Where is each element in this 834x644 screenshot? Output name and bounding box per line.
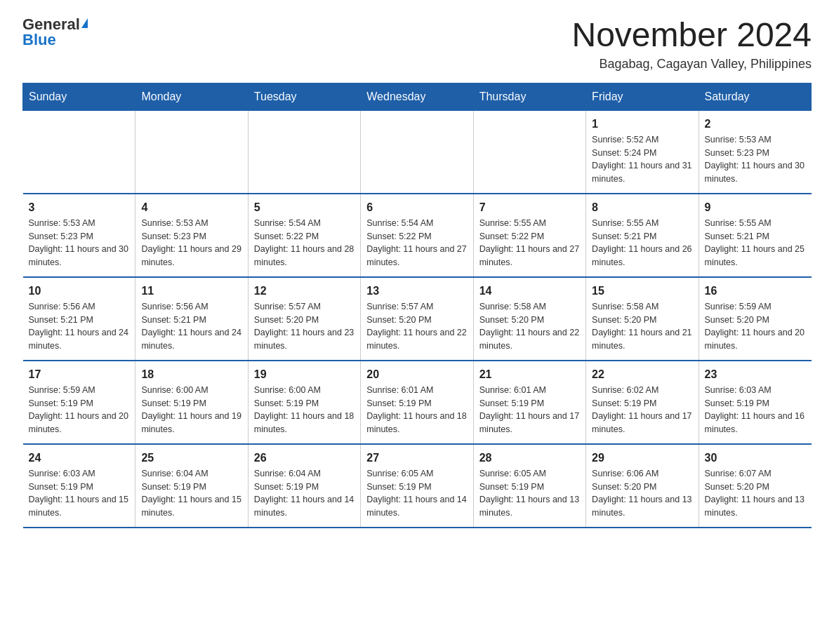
day-cell: 24Sunrise: 6:03 AM Sunset: 5:19 PM Dayli… <box>23 444 135 528</box>
day-info: Sunrise: 5:53 AM Sunset: 5:23 PM Dayligh… <box>141 217 241 269</box>
day-info: Sunrise: 5:53 AM Sunset: 5:23 PM Dayligh… <box>29 217 130 269</box>
day-number: 18 <box>141 368 241 381</box>
day-info: Sunrise: 6:05 AM Sunset: 5:19 PM Dayligh… <box>479 467 580 520</box>
day-number: 20 <box>366 368 467 381</box>
day-cell: 2Sunrise: 5:53 AM Sunset: 5:23 PM Daylig… <box>699 110 811 194</box>
day-info: Sunrise: 6:00 AM Sunset: 5:19 PM Dayligh… <box>141 384 241 436</box>
day-cell: 29Sunrise: 6:06 AM Sunset: 5:20 PM Dayli… <box>586 444 699 528</box>
day-cell: 6Sunrise: 5:54 AM Sunset: 5:22 PM Daylig… <box>361 194 473 277</box>
day-cell: 7Sunrise: 5:55 AM Sunset: 5:22 PM Daylig… <box>473 194 585 277</box>
day-number: 15 <box>592 285 692 297</box>
day-cell: 9Sunrise: 5:55 AM Sunset: 5:21 PM Daylig… <box>699 194 811 277</box>
day-cell: 4Sunrise: 5:53 AM Sunset: 5:23 PM Daylig… <box>135 194 248 277</box>
logo-blue-text: Blue <box>22 32 56 48</box>
day-info: Sunrise: 6:01 AM Sunset: 5:19 PM Dayligh… <box>366 384 467 436</box>
day-cell: 20Sunrise: 6:01 AM Sunset: 5:19 PM Dayli… <box>361 361 473 444</box>
day-number: 13 <box>366 285 467 297</box>
day-info: Sunrise: 5:55 AM Sunset: 5:21 PM Dayligh… <box>592 217 692 269</box>
day-number: 6 <box>366 201 467 214</box>
day-cell: 21Sunrise: 6:01 AM Sunset: 5:19 PM Dayli… <box>473 361 585 444</box>
header-friday: Friday <box>586 83 699 110</box>
logo-general-text: General <box>22 17 80 32</box>
page-header: General Blue November 2024 Bagabag, Caga… <box>22 17 812 72</box>
day-cell: 18Sunrise: 6:00 AM Sunset: 5:19 PM Dayli… <box>135 361 248 444</box>
day-number: 25 <box>141 452 241 464</box>
day-cell: 17Sunrise: 5:59 AM Sunset: 5:19 PM Dayli… <box>23 361 135 444</box>
day-cell: 19Sunrise: 6:00 AM Sunset: 5:19 PM Dayli… <box>248 361 360 444</box>
header-row: SundayMondayTuesdayWednesdayThursdayFrid… <box>23 83 812 110</box>
day-info: Sunrise: 5:56 AM Sunset: 5:21 PM Dayligh… <box>29 300 130 353</box>
day-number: 8 <box>592 201 692 214</box>
day-number: 1 <box>592 118 692 130</box>
day-number: 21 <box>479 368 580 381</box>
day-number: 7 <box>479 201 580 214</box>
day-number: 19 <box>254 368 355 381</box>
day-number: 30 <box>705 452 806 464</box>
day-cell <box>135 110 248 194</box>
day-cell: 22Sunrise: 6:02 AM Sunset: 5:19 PM Dayli… <box>586 361 699 444</box>
day-cell: 13Sunrise: 5:57 AM Sunset: 5:20 PM Dayli… <box>361 277 473 361</box>
week-row-2: 3Sunrise: 5:53 AM Sunset: 5:23 PM Daylig… <box>23 194 812 277</box>
day-cell: 26Sunrise: 6:04 AM Sunset: 5:19 PM Dayli… <box>248 444 360 528</box>
day-cell: 3Sunrise: 5:53 AM Sunset: 5:23 PM Daylig… <box>23 194 135 277</box>
day-info: Sunrise: 5:57 AM Sunset: 5:20 PM Dayligh… <box>366 300 467 353</box>
day-number: 23 <box>705 368 806 381</box>
day-info: Sunrise: 6:07 AM Sunset: 5:20 PM Dayligh… <box>705 467 806 520</box>
day-number: 14 <box>479 285 580 297</box>
day-info: Sunrise: 6:03 AM Sunset: 5:19 PM Dayligh… <box>29 467 130 520</box>
week-row-4: 17Sunrise: 5:59 AM Sunset: 5:19 PM Dayli… <box>23 361 812 444</box>
day-number: 5 <box>254 201 355 214</box>
day-info: Sunrise: 5:57 AM Sunset: 5:20 PM Dayligh… <box>254 300 355 353</box>
logo-triangle-icon <box>81 18 88 28</box>
day-number: 29 <box>592 452 692 464</box>
header-saturday: Saturday <box>699 83 811 110</box>
calendar-table: SundayMondayTuesdayWednesdayThursdayFrid… <box>22 83 812 528</box>
day-cell: 10Sunrise: 5:56 AM Sunset: 5:21 PM Dayli… <box>23 277 135 361</box>
day-cell <box>248 110 360 194</box>
header-tuesday: Tuesday <box>248 83 360 110</box>
day-number: 16 <box>705 285 806 297</box>
day-info: Sunrise: 6:05 AM Sunset: 5:19 PM Dayligh… <box>366 467 467 520</box>
day-number: 12 <box>254 285 355 297</box>
day-info: Sunrise: 6:04 AM Sunset: 5:19 PM Dayligh… <box>254 467 355 520</box>
day-cell: 25Sunrise: 6:04 AM Sunset: 5:19 PM Dayli… <box>135 444 248 528</box>
day-info: Sunrise: 6:04 AM Sunset: 5:19 PM Dayligh… <box>141 467 241 520</box>
calendar-title: November 2024 <box>571 17 812 54</box>
day-cell: 27Sunrise: 6:05 AM Sunset: 5:19 PM Dayli… <box>361 444 473 528</box>
day-cell <box>361 110 473 194</box>
day-info: Sunrise: 5:58 AM Sunset: 5:20 PM Dayligh… <box>592 300 692 353</box>
day-number: 26 <box>254 452 355 464</box>
day-number: 24 <box>29 452 130 464</box>
day-info: Sunrise: 5:53 AM Sunset: 5:23 PM Dayligh… <box>705 133 806 186</box>
day-info: Sunrise: 5:55 AM Sunset: 5:22 PM Dayligh… <box>479 217 580 269</box>
day-number: 4 <box>141 201 241 214</box>
day-number: 10 <box>29 285 130 297</box>
header-monday: Monday <box>135 83 248 110</box>
day-cell: 30Sunrise: 6:07 AM Sunset: 5:20 PM Dayli… <box>699 444 811 528</box>
day-info: Sunrise: 5:52 AM Sunset: 5:24 PM Dayligh… <box>592 133 692 186</box>
day-cell: 8Sunrise: 5:55 AM Sunset: 5:21 PM Daylig… <box>586 194 699 277</box>
day-cell: 23Sunrise: 6:03 AM Sunset: 5:19 PM Dayli… <box>699 361 811 444</box>
day-cell: 15Sunrise: 5:58 AM Sunset: 5:20 PM Dayli… <box>586 277 699 361</box>
day-info: Sunrise: 6:06 AM Sunset: 5:20 PM Dayligh… <box>592 467 692 520</box>
day-info: Sunrise: 5:56 AM Sunset: 5:21 PM Dayligh… <box>141 300 241 353</box>
week-row-1: 1Sunrise: 5:52 AM Sunset: 5:24 PM Daylig… <box>23 110 812 194</box>
day-number: 9 <box>705 201 806 214</box>
day-info: Sunrise: 6:01 AM Sunset: 5:19 PM Dayligh… <box>479 384 580 436</box>
week-row-3: 10Sunrise: 5:56 AM Sunset: 5:21 PM Dayli… <box>23 277 812 361</box>
day-cell: 11Sunrise: 5:56 AM Sunset: 5:21 PM Dayli… <box>135 277 248 361</box>
day-info: Sunrise: 5:58 AM Sunset: 5:20 PM Dayligh… <box>479 300 580 353</box>
title-block: November 2024 Bagabag, Cagayan Valley, P… <box>571 17 812 72</box>
header-thursday: Thursday <box>473 83 585 110</box>
day-info: Sunrise: 5:55 AM Sunset: 5:21 PM Dayligh… <box>705 217 806 269</box>
header-wednesday: Wednesday <box>361 83 473 110</box>
day-cell: 5Sunrise: 5:54 AM Sunset: 5:22 PM Daylig… <box>248 194 360 277</box>
day-info: Sunrise: 5:59 AM Sunset: 5:20 PM Dayligh… <box>705 300 806 353</box>
header-sunday: Sunday <box>23 83 135 110</box>
day-cell: 28Sunrise: 6:05 AM Sunset: 5:19 PM Dayli… <box>473 444 585 528</box>
day-number: 27 <box>366 452 467 464</box>
day-number: 17 <box>29 368 130 381</box>
day-info: Sunrise: 5:59 AM Sunset: 5:19 PM Dayligh… <box>29 384 130 436</box>
day-cell: 14Sunrise: 5:58 AM Sunset: 5:20 PM Dayli… <box>473 277 585 361</box>
day-cell: 16Sunrise: 5:59 AM Sunset: 5:20 PM Dayli… <box>699 277 811 361</box>
